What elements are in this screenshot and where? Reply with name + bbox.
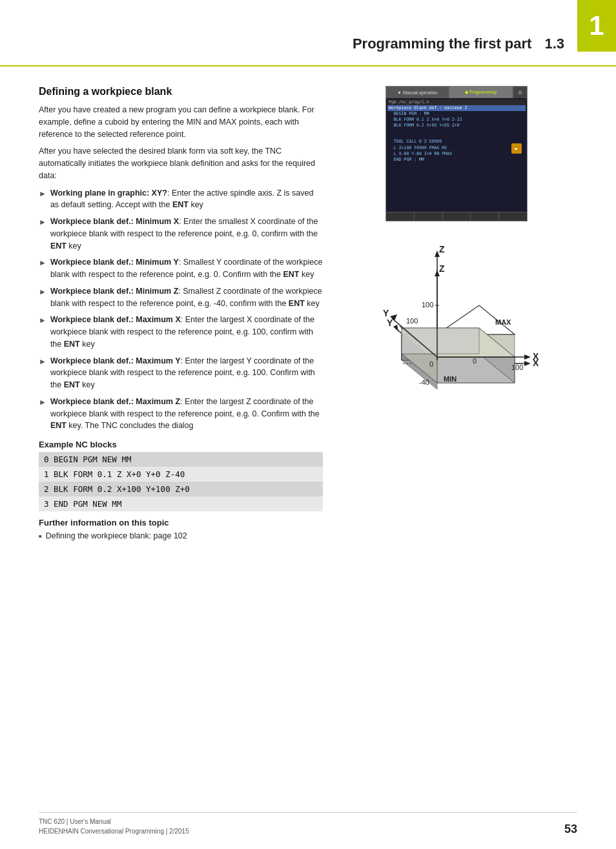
nc-block-row: 1 BLK FORM 0.1 Z X+0 Y+0 Z-40 [39,467,323,482]
bullet-arrow-icon: ► [39,396,46,408]
x-origin: 0 [473,357,477,365]
list-item: ► Workpiece blank def.: Maximum X: Enter… [39,314,323,350]
screen-row [387,128,526,134]
min-label: MIN [444,375,457,383]
screen-tabs: ▼ Manual operation ◆ Programming ⚙ [386,87,527,98]
header-title: Programming the first part [353,36,531,52]
z-axis-label: Z [439,244,445,254]
further-title: Further information on this topic [39,518,323,527]
svg-marker-3 [393,325,398,331]
screen-row: END PGM : MM [387,157,526,163]
bullet-arrow-icon: ► [39,356,46,367]
bullet-text: Workpiece blank def.: Minimum X: Enter t… [50,216,323,252]
workpiece-diagram: Z Y X [373,234,540,389]
svg-marker-23 [524,354,531,360]
page-header: Programming the first part 1.3 [0,0,616,66]
y-value-100: 100 [406,317,418,325]
screen-row [387,134,526,139]
bullet-arrow-icon: ► [39,286,46,298]
svg-marker-5 [524,361,531,366]
screen-row: TOOL CALL 0 Z S9999 [387,139,526,145]
screen-simulation: ▼ Manual operation ◆ Programming ⚙ Pgm /… [385,86,528,221]
screen-soft-key [499,212,527,221]
further-list-item: Defining the workpiece blank: page 102 [39,530,323,542]
screen-soft-key [415,212,443,221]
screen-row: Pgm /nc_prog/1.h [387,99,526,105]
max-label: MAX [495,318,511,326]
list-item: ► Workpiece blank def.: Maximum Z: Enter… [39,396,323,432]
svg-text:X: X [533,351,539,362]
bullet-list: ► Working plane in graphic: XY?: Enter t… [39,187,323,433]
screen-row: BLK FORM 0.2 X+95 Y+95 Z+0 [387,123,526,128]
bullet-arrow-icon: ► [39,188,46,199]
x-value-100: 100 [511,363,523,371]
footer-line1: TNC 620 | User's Manual [39,817,189,826]
screen-soft-key [443,212,471,221]
left-column: Defining a workpiece blank After you hav… [39,86,323,542]
nc-block-row: 0 BEGIN PGM NEW MM [39,452,323,467]
bullet-text: Workpiece blank def.: Minimum Y: Smalles… [50,256,323,281]
bullet-text: Workpiece blank def.: Maximum Y: Enter t… [50,355,323,391]
main-content: Defining a workpiece blank After you hav… [0,66,616,562]
list-item: ► Workpiece blank def.: Minimum Z: Small… [39,285,323,310]
screen-tab-programming: ◆ Programming [449,87,513,98]
nc-blocks-table: 0 BEGIN PGM NEW MM1 BLK FORM 0.1 Z X+0 Y… [39,452,323,511]
further-list: Defining the workpiece blank: page 102 [39,530,323,542]
bullet-text: Workpiece blank def.: Maximum Z: Enter t… [50,396,323,432]
example-title: Example NC blocks [39,440,323,449]
page-footer: TNC 620 | User's Manual HEIDENHAIN Conve… [39,812,577,836]
screen-row-selected: Workpiece blank def.: maximum Z [387,105,526,111]
nc-block-row: 3 END PGM NEW MM [39,496,323,511]
page-number: 53 [564,823,577,836]
bullet-arrow-icon: ► [39,314,46,326]
right-column: ▼ Manual operation ◆ Programming ⚙ Pgm /… [336,86,577,542]
screen-soft-key [386,212,415,221]
screen-soft-key [471,212,499,221]
svg-text:100: 100 [422,301,433,309]
screen-body: Pgm /nc_prog/1.h Workpiece blank def.: m… [386,98,527,221]
svg-text:Y: Y [383,308,389,318]
bullet-arrow-icon: ► [39,257,46,269]
list-item: ► Workpiece blank def.: Maximum Y: Enter… [39,355,323,391]
intro-paragraph-1: After you have created a new program you… [39,104,323,140]
screen-row: L X-80 Y-80 Z+0 R0 FMAX [387,151,526,157]
footer-left: TNC 620 | User's Manual HEIDENHAIN Conve… [39,817,189,836]
screen-row: BLK FORM 0.1 Z X+0 Y+0 Z-23 [387,117,526,123]
nc-block-row: 2 BLK FORM 0.2 X+100 Y+100 Z+0 [39,482,323,496]
chapter-number: 1 [589,10,604,41]
bullet-text: Working plane in graphic: XY?: Enter the… [50,187,323,212]
screen-row: BEGIN PGM : MM [387,111,526,117]
section-number: 1.3 [544,36,564,52]
list-item: ► Workpiece blank def.: Minimum X: Enter… [39,216,323,252]
origin-0: 0 [429,360,433,368]
screen-row: L Z+100 F9999 FMAX M3 [387,145,526,151]
intro-paragraph-2: After you have selected the desired blan… [39,145,323,181]
svg-marker-15 [402,328,479,354]
chapter-tab: 1 [577,0,616,52]
section-title: Defining a workpiece blank [39,86,323,97]
further-item-text: Defining the workpiece blank: page 102 [46,530,187,542]
footer-line2: HEIDENHAIN Conversational Programming | … [39,826,189,836]
list-item: ► Workpiece blank def.: Minimum Y: Small… [39,256,323,281]
screen-tab-manual: ▼ Manual operation [386,87,449,98]
bullet-text: Workpiece blank def.: Minimum Z: Smalles… [50,285,323,310]
screen-icon: ► [511,143,522,154]
screen-bottom-bar [386,212,527,221]
z-neg40: -40 [419,378,429,386]
svg-text:Z: Z [439,263,445,274]
list-item: ► Working plane in graphic: XY?: Enter t… [39,187,323,212]
bullet-text: Workpiece blank def.: Maximum X: Enter t… [50,314,323,350]
bullet-arrow-icon: ► [39,216,46,228]
